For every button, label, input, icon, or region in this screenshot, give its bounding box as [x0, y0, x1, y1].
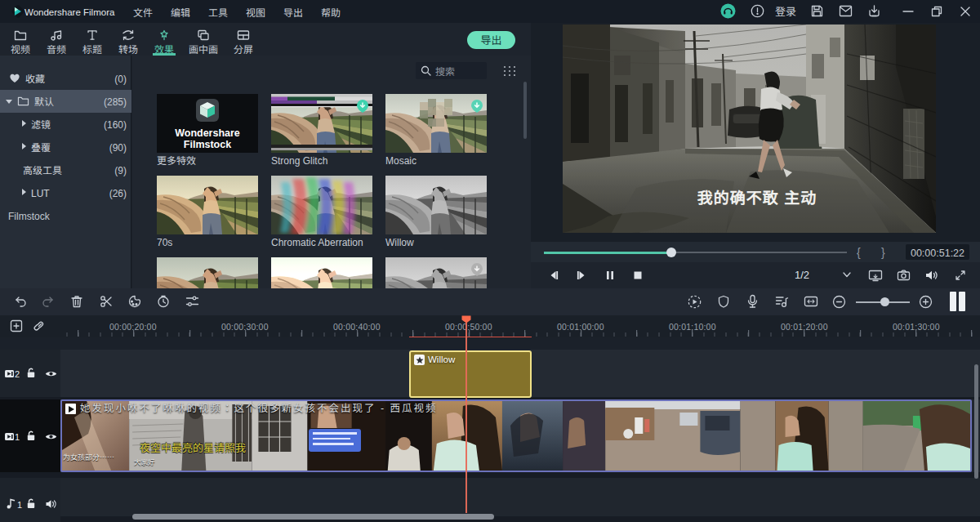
svg-text:我的确不敢 主动: 我的确不敢 主动 [697, 185, 817, 207]
